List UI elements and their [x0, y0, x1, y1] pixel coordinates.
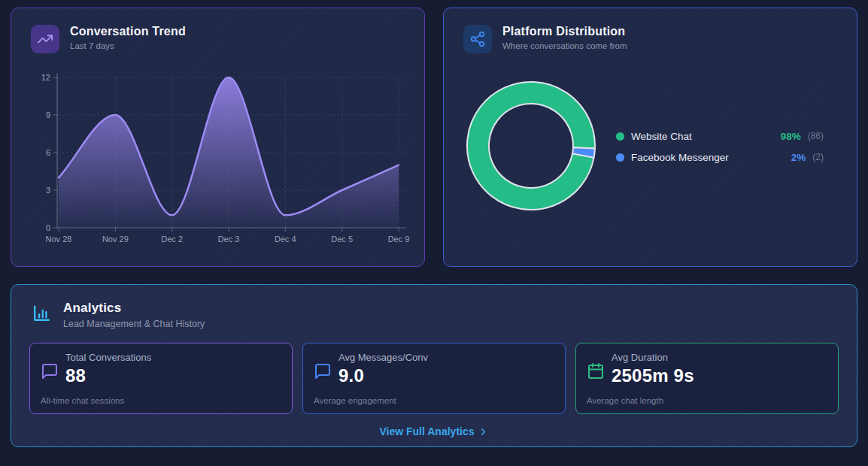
trending-up-icon [31, 25, 59, 53]
bar-chart-icon [31, 303, 52, 327]
legend-label: Facebook Messenger [631, 152, 729, 163]
svg-text:Nov 29: Nov 29 [102, 235, 129, 244]
stat-value: 2505m 9s [612, 365, 694, 386]
conversation-trend-card: Conversation Trend Last 7 days 036912Nov… [11, 8, 425, 267]
legend-item-facebook-messenger[interactable]: Facebook Messenger 2% (2) [616, 147, 824, 168]
analytics-header: Analytics Lead Management & Chat History [11, 285, 857, 329]
svg-text:Nov 28: Nov 28 [46, 235, 72, 244]
stat-caption: All-time chat sessions [41, 396, 124, 405]
svg-text:3: 3 [46, 186, 50, 195]
trend-area-chart[interactable]: 036912Nov 28Nov 29Dec 2Dec 3Dec 4Dec 5De… [30, 68, 415, 249]
message-square-icon [314, 362, 332, 386]
view-full-analytics-link[interactable]: View Full Analytics [11, 425, 857, 437]
message-square-icon [41, 362, 59, 386]
analytics-card: Analytics Lead Management & Chat History… [11, 284, 857, 447]
stat-card-avg-messages: Avg Messages/Conv 9.0 Average engagement [302, 343, 566, 414]
view-full-analytics-label: View Full Analytics [379, 425, 474, 437]
legend-label: Website Chat [631, 131, 692, 142]
svg-text:Dec 5: Dec 5 [331, 235, 353, 244]
stat-card-avg-duration: Avg Duration 2505m 9s Average chat lengt… [575, 343, 839, 414]
chevron-right-icon [478, 426, 489, 437]
card-title: Platform Distribution [502, 25, 627, 38]
stat-caption: Average chat length [587, 396, 663, 405]
card-title: Conversation Trend [70, 25, 186, 38]
analytics-title: Analytics [63, 301, 205, 316]
stat-value: 9.0 [338, 365, 428, 386]
svg-text:Dec 4: Dec 4 [275, 235, 296, 244]
analytics-subtitle: Lead Management & Chat History [63, 319, 205, 329]
platform-distribution-card: Platform Distribution Where conversation… [443, 8, 857, 267]
legend-count: (86) [808, 131, 824, 141]
legend-dot [616, 132, 624, 141]
card-subtitle: Where conversations come from [502, 41, 627, 50]
legend-count: (2) [812, 152, 824, 162]
stat-label: Total Conversations [65, 352, 151, 363]
calendar-icon [587, 362, 605, 386]
stat-value: 88 [65, 365, 151, 386]
share-network-icon [463, 25, 492, 53]
dashboard-page: Conversation Trend Last 7 days 036912Nov… [0, 0, 868, 466]
svg-text:6: 6 [46, 148, 50, 157]
stat-card-total-conversations: Total Conversations 88 All-time chat ses… [29, 343, 293, 414]
svg-text:Dec 2: Dec 2 [161, 235, 183, 244]
legend-item-website-chat[interactable]: Website Chat 98% (86) [616, 126, 824, 147]
svg-text:Dec 3: Dec 3 [218, 235, 240, 244]
card-subtitle: Last 7 days [70, 41, 186, 50]
legend-percent: 98% [781, 131, 801, 142]
stats-row: Total Conversations 88 All-time chat ses… [29, 343, 839, 414]
conversation-trend-header: Conversation Trend Last 7 days [11, 8, 424, 53]
svg-text:12: 12 [41, 73, 50, 82]
platform-donut-chart[interactable] [456, 71, 606, 221]
legend-percent: 2% [791, 152, 806, 163]
stat-caption: Average engagement [314, 396, 396, 405]
donut-legend: Website Chat 98% (86) Facebook Messenger… [616, 126, 824, 168]
svg-text:0: 0 [46, 223, 50, 232]
stat-label: Avg Messages/Conv [338, 352, 428, 363]
svg-text:Dec 9: Dec 9 [388, 235, 410, 244]
stat-label: Avg Duration [612, 352, 694, 363]
platform-distribution-header: Platform Distribution Where conversation… [444, 8, 857, 53]
svg-text:9: 9 [46, 110, 50, 120]
legend-dot [616, 153, 624, 162]
